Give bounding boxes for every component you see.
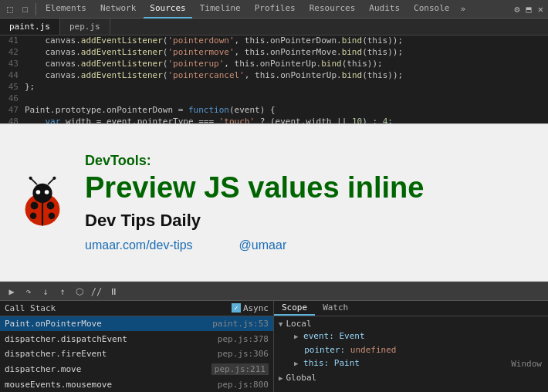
bottom-content: Call Stack ✓ Async Paint.onPointerMove p…: [0, 301, 548, 392]
code-line-44: 44 canvas.addEventListener('pointercance…: [0, 70, 548, 82]
banner-links: umaar.com/dev-tips @umaar: [85, 238, 533, 252]
async-label: Async: [243, 303, 269, 313]
scope-tab-scope[interactable]: Scope: [274, 301, 315, 316]
banner-subtitle: Dev Tips Daily: [85, 211, 533, 231]
more-tabs-button[interactable]: »: [457, 4, 469, 14]
close-icon[interactable]: ✕: [536, 2, 545, 16]
scope-panel: Scope Watch ▼ Local ▶ event: Event point…: [274, 301, 548, 392]
banner-content: DevTools: Preview JS values inline Dev T…: [85, 153, 533, 252]
file-tab-pep[interactable]: pep.js: [60, 19, 110, 35]
banner-main-title: Preview JS values inline: [85, 172, 533, 204]
svg-point-6: [49, 212, 55, 218]
tab-sources[interactable]: Sources: [144, 0, 191, 19]
call-stack-panel: Call Stack ✓ Async Paint.onPointerMove p…: [0, 301, 274, 392]
settings-icon[interactable]: ⚙: [512, 2, 521, 16]
scope-local-pointer: pointer: undefined: [279, 343, 543, 357]
mobile-icon[interactable]: ☐: [19, 2, 32, 16]
scope-tabs: Scope Watch: [274, 301, 548, 316]
step-into-icon[interactable]: ↓: [39, 285, 52, 299]
svg-point-9: [29, 176, 32, 179]
svg-point-12: [45, 190, 49, 194]
toolbar-right-actions: ⚙ ⬒ ✕: [512, 2, 545, 16]
svg-point-5: [30, 212, 36, 218]
toolbar-divider: [36, 3, 36, 15]
scope-global-header[interactable]: ▶ Global: [279, 372, 543, 384]
scope-local-event[interactable]: ▶ event: Event: [279, 329, 543, 343]
tab-profiles[interactable]: Profiles: [249, 0, 302, 19]
tab-console[interactable]: Console: [408, 0, 455, 19]
bottom-panel: ▶ ↷ ↓ ↑ ⬡ // ⏸ Call Stack ✓ Async Paint.…: [0, 282, 548, 392]
svg-point-4: [47, 201, 55, 209]
tab-timeline[interactable]: Timeline: [194, 0, 247, 19]
devtools-toolbar: ⬚ ☐ Elements Network Sources Timeline Pr…: [0, 0, 548, 19]
banner-prefix: DevTools:: [85, 153, 533, 169]
scope-content: ▼ Local ▶ event: Event pointer: undefine…: [274, 316, 548, 387]
code-line-46: 46: [0, 93, 548, 105]
call-stack-item-0[interactable]: Paint.onPointerMove paint.js:53: [0, 316, 273, 332]
scope-group-local: ▼ Local ▶ event: Event pointer: undefine…: [279, 318, 543, 370]
tab-elements[interactable]: Elements: [39, 0, 93, 19]
dont-pause-exceptions-icon[interactable]: //: [90, 285, 103, 299]
scope-group-global: ▶ Global: [279, 372, 543, 384]
code-line-42: 42 canvas.addEventListener('pointermove'…: [0, 47, 548, 59]
tab-network[interactable]: Network: [94, 0, 142, 19]
call-stack-header: Call Stack ✓ Async: [0, 301, 273, 316]
pause-on-exceptions-icon[interactable]: ⏸: [107, 285, 120, 299]
step-out-icon[interactable]: ↑: [56, 285, 69, 299]
call-stack-title: Call Stack: [5, 303, 56, 313]
banner-link1[interactable]: umaar.com/dev-tips: [85, 238, 193, 252]
scope-local-header[interactable]: ▼ Local: [279, 318, 543, 329]
code-line-43: 43 canvas.addEventListener('pointerup', …: [0, 59, 548, 70]
ladybug-icon: [15, 176, 69, 230]
svg-point-3: [31, 201, 39, 209]
call-stack-item-4[interactable]: mouseEvents.mousemove pep.js:800: [0, 377, 273, 392]
svg-point-10: [52, 176, 56, 179]
async-checkbox-icon: ✓: [232, 303, 241, 313]
inspect-icon[interactable]: ⬚: [3, 2, 17, 16]
code-line-47: 47 Paint.prototype.onPointerDown = funct…: [0, 105, 548, 117]
scope-local-label: Local: [286, 319, 311, 329]
code-editor: 41 canvas.addEventListener('pointerdown'…: [0, 35, 548, 136]
tab-audits[interactable]: Audits: [363, 0, 406, 19]
pause-resume-icon[interactable]: ▶: [5, 285, 19, 299]
promo-banner: DevTools: Preview JS values inline Dev T…: [0, 123, 548, 282]
dock-icon[interactable]: ⬒: [525, 2, 533, 16]
deactivate-breakpoints-icon[interactable]: ⬡: [73, 285, 86, 299]
file-tabs-bar: paint.js pep.js: [0, 19, 548, 35]
scope-global-label: Global: [286, 373, 316, 383]
code-line-41: 41 canvas.addEventListener('pointerdown'…: [0, 35, 548, 47]
async-toggle[interactable]: ✓ Async: [232, 303, 269, 313]
debugger-toolbar: ▶ ↷ ↓ ↑ ⬡ // ⏸: [0, 282, 548, 301]
svg-point-11: [36, 190, 41, 194]
code-line-45: 45 };: [0, 82, 548, 93]
scope-local-this[interactable]: ▶ this: Paint: [279, 357, 543, 370]
call-stack-item-3[interactable]: dispatcher.move pep.js:211: [0, 362, 273, 377]
step-over-icon[interactable]: ↷: [22, 285, 36, 299]
tab-resources[interactable]: Resources: [303, 0, 362, 19]
call-stack-item-2[interactable]: dispatcher.fireEvent pep.js:306: [0, 346, 273, 362]
file-tab-paint[interactable]: paint.js: [0, 19, 60, 35]
scope-tab-watch[interactable]: Watch: [315, 301, 356, 316]
window-label: Window: [511, 359, 542, 369]
banner-link2[interactable]: @umaar: [239, 238, 287, 252]
call-stack-item-1[interactable]: dispatcher.dispatchEvent pep.js:378: [0, 331, 273, 346]
